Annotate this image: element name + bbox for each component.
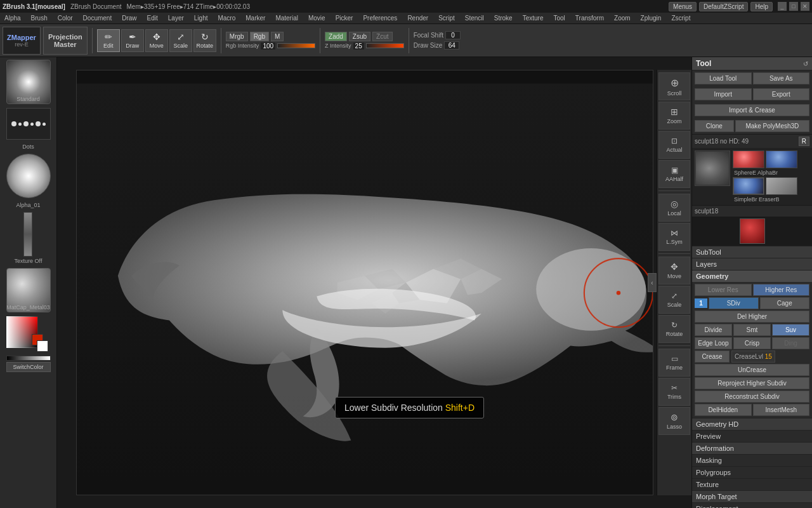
import-crease-btn[interactable]: Import & Crease	[695, 104, 809, 116]
edge-loop-btn[interactable]: Edge Loop	[695, 337, 732, 349]
dots-brush[interactable]	[6, 108, 51, 140]
sdiv-btn[interactable]: SDiv	[709, 297, 759, 309]
canvas-viewport[interactable]: Lower Subdiv Resolution Shift+D	[76, 70, 653, 495]
export-btn[interactable]: Export	[753, 88, 810, 100]
menu-item-edit[interactable]: Edit	[145, 14, 160, 22]
reconstruct-btn[interactable]: Reconstruct Subdiv	[695, 391, 809, 403]
move-btn[interactable]: ✥ Move	[145, 29, 168, 52]
menu-item-stroke[interactable]: Stroke	[492, 14, 514, 22]
masking-section[interactable]: Masking	[692, 454, 812, 466]
small-sculpt-thumb[interactable]	[740, 218, 765, 244]
menu-item-zscript[interactable]: Zscript	[669, 14, 692, 22]
mrgb-btn[interactable]: Mrgb	[226, 32, 248, 41]
make-polymesh-btn[interactable]: Make PolyMesh3D	[735, 120, 809, 132]
rt-rotate-btn[interactable]: ↻ Rotate	[658, 315, 690, 343]
menu-item-document[interactable]: Document	[81, 14, 114, 22]
maximize-btn[interactable]: □	[789, 2, 798, 11]
help-btn[interactable]: Help	[750, 2, 773, 11]
menu-item-texture[interactable]: Texture	[521, 14, 546, 22]
lasso-btn[interactable]: ⊚ Lasso	[658, 407, 690, 435]
clone-btn[interactable]: Clone	[695, 120, 734, 132]
local-btn[interactable]: ◎ Local	[658, 194, 690, 222]
material-thumb[interactable]	[766, 150, 797, 168]
menu-item-draw[interactable]: Draw	[120, 14, 138, 22]
whale-thumb[interactable]	[695, 150, 730, 186]
del-hidden-btn[interactable]: DelHidden	[695, 404, 752, 416]
insert-mesh-btn[interactable]: InsertMesh	[753, 404, 810, 416]
menus-btn[interactable]: Menus	[669, 2, 697, 11]
smt-btn[interactable]: Smt	[733, 324, 771, 336]
edit-btn[interactable]: ✏ Edit	[97, 29, 120, 52]
trims-btn[interactable]: ✂ Trims	[658, 378, 690, 406]
menu-item-preferences[interactable]: Preferences	[361, 14, 399, 22]
frame-btn[interactable]: ▭ Frame	[658, 349, 690, 377]
crease-btn[interactable]: Crease	[695, 351, 730, 363]
preview-section[interactable]: Preview	[692, 430, 812, 442]
actual-btn[interactable]: ⊡ Actual	[658, 131, 690, 159]
menu-item-alpha[interactable]: Alpha	[3, 14, 23, 22]
color-gradient-bar[interactable]	[6, 356, 51, 361]
texture-section[interactable]: Texture	[692, 478, 812, 490]
subtool-section[interactable]: SubTool	[692, 246, 812, 258]
z-intensity-bar[interactable]	[366, 43, 404, 48]
rgb-btn[interactable]: Rgb	[250, 32, 269, 41]
uncrease-btn[interactable]: UnCrease	[695, 364, 809, 376]
switch-color-btn[interactable]: SwitchColor	[6, 362, 51, 372]
menu-item-color[interactable]: Color	[56, 14, 75, 22]
layers-section[interactable]: Layers	[692, 258, 812, 270]
projection-master-btn[interactable]: Projection Master	[43, 27, 88, 55]
eraser-thumb[interactable]	[766, 177, 797, 195]
matcap-preview[interactable]: MatCap_Metal03	[6, 268, 51, 312]
menu-item-light[interactable]: Light	[192, 14, 210, 22]
texture-off-indicator[interactable]	[23, 212, 32, 257]
zoom-btn[interactable]: ⊞ Zoom	[658, 102, 690, 130]
reproject-btn[interactable]: Reproject Higher Subdiv	[695, 377, 809, 389]
menu-item-picker[interactable]: Picker	[334, 14, 355, 22]
ding-btn[interactable]: Ding	[772, 337, 809, 349]
cage-btn[interactable]: Cage	[760, 297, 810, 309]
alpha-preview[interactable]	[6, 154, 51, 198]
menu-item-transform[interactable]: Transform	[573, 14, 606, 22]
import-btn[interactable]: Import	[695, 88, 752, 100]
del-higher-btn[interactable]: Del Higher	[695, 311, 809, 323]
menu-item-brush[interactable]: Brush	[29, 14, 49, 22]
save-as-btn[interactable]: Save As	[753, 72, 810, 84]
color-swatch-container[interactable]	[6, 316, 51, 354]
scroll-btn[interactable]: ⊕ Scroll	[658, 72, 690, 100]
deformation-section[interactable]: Deformation	[692, 442, 812, 454]
menu-item-render[interactable]: Render	[405, 14, 430, 22]
rotate-btn[interactable]: ↻ Rotate	[193, 29, 216, 52]
minimize-btn[interactable]: _	[778, 2, 787, 11]
r-btn[interactable]: R	[799, 137, 809, 146]
geometry-hd-section[interactable]: Geometry HD	[692, 418, 812, 430]
sphere-thumb[interactable]	[733, 150, 764, 168]
zsub-btn[interactable]: Zsub	[349, 32, 370, 41]
suv-btn[interactable]: Suv	[772, 324, 809, 336]
higher-res-btn[interactable]: Higher Res	[753, 284, 810, 296]
rt-scale-btn[interactable]: ⤢ Scale	[658, 286, 690, 314]
geometry-section-header[interactable]: Geometry	[692, 270, 812, 282]
menu-item-script[interactable]: Script	[436, 14, 457, 22]
zmapper-btn[interactable]: ZMapper rev-E	[3, 27, 41, 55]
aahalf-btn[interactable]: ▣ AAHalf	[658, 160, 690, 188]
sculpt-thumb[interactable]	[733, 177, 764, 195]
rgb-intensity-bar[interactable]	[277, 43, 315, 48]
close-btn[interactable]: ✕	[801, 2, 809, 11]
menu-item-layer[interactable]: Layer	[166, 14, 186, 22]
menu-item-tool[interactable]: Tool	[551, 14, 566, 22]
lsym-btn[interactable]: ⋈ L.Sym	[658, 223, 690, 251]
polygroups-section[interactable]: Polygroups	[692, 466, 812, 478]
crisp-btn[interactable]: Crisp	[733, 337, 771, 349]
scale-btn[interactable]: ⤢ Scale	[169, 29, 192, 52]
default-script-btn[interactable]: DefaultZScript	[699, 2, 748, 11]
draw-btn[interactable]: ✒ Draw	[121, 29, 144, 52]
menu-item-marker[interactable]: Marker	[244, 14, 267, 22]
menu-item-material[interactable]: Material	[273, 14, 300, 22]
m-btn[interactable]: M	[271, 32, 284, 41]
menu-item-zplugin[interactable]: Zplugin	[639, 14, 664, 22]
zadd-btn[interactable]: Zadd	[325, 32, 347, 41]
divide-btn[interactable]: Divide	[695, 324, 732, 336]
menu-item-stencil[interactable]: Stencil	[463, 14, 486, 22]
collapse-arrow[interactable]: ‹	[648, 273, 657, 292]
menu-item-macro[interactable]: Macro	[216, 14, 237, 22]
